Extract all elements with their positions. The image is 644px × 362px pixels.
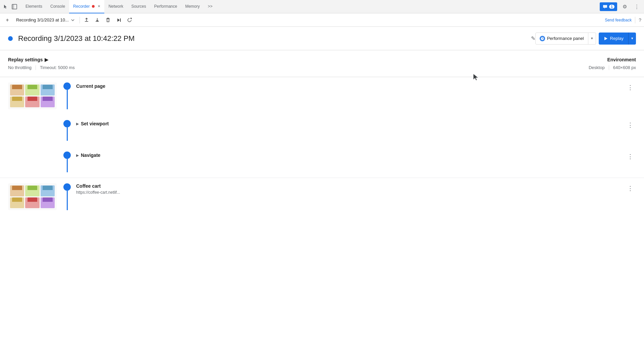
step-content-current-page: Current page xyxy=(76,82,625,90)
svg-point-2 xyxy=(92,5,95,8)
play-icon xyxy=(603,36,608,41)
perf-panel-dropdown-button[interactable]: ▾ xyxy=(588,33,596,45)
settings-left: Replay settings ▶ No throttling Timeout:… xyxy=(8,57,589,70)
thumb-item-5 xyxy=(25,97,39,108)
replay-dropdown-button[interactable]: ▾ xyxy=(628,33,636,45)
step-label-current-page: Current page xyxy=(76,83,625,89)
thumb-item-c2 xyxy=(25,185,39,196)
tab-close-icon[interactable]: ✕ xyxy=(98,4,100,8)
settings-section: Replay settings ▶ No throttling Timeout:… xyxy=(0,50,644,77)
timeline-line-3 xyxy=(67,159,68,172)
performance-panel-button[interactable]: Performance panel xyxy=(535,33,588,45)
svg-rect-1 xyxy=(12,4,14,9)
coffee-cart-url: https://coffee-cart.netlif... xyxy=(76,190,625,195)
settings-icon[interactable]: ⚙ xyxy=(620,2,629,11)
slow-replay-icon xyxy=(127,17,132,23)
timeline-dot-4 xyxy=(63,183,71,191)
thumbnail-content-2 xyxy=(8,183,57,210)
export-button[interactable] xyxy=(82,15,91,25)
tab-bar: Elements Console Recorder ✕ Network Sour… xyxy=(0,0,644,13)
step-label-set-viewport[interactable]: ▶ Set viewport xyxy=(76,121,625,126)
replay-button[interactable]: Replay xyxy=(599,33,628,45)
step-content-set-viewport: ▶ Set viewport xyxy=(76,120,625,127)
step-timeline-coffee-cart xyxy=(63,183,71,210)
timeline-dot-2 xyxy=(63,120,71,127)
step-label-coffee-cart: Coffee cart xyxy=(76,183,625,189)
step-timeline-set-viewport xyxy=(63,120,71,141)
thumb-item-3 xyxy=(41,84,55,96)
step-thumbnail-coffee-cart xyxy=(8,183,57,210)
play-step-icon xyxy=(116,17,121,23)
tab-elements[interactable]: Elements xyxy=(21,0,46,13)
step-expand-icon-2: ▶ xyxy=(76,154,79,157)
step-navigate: ▶ Navigate ⋮ xyxy=(0,146,644,178)
thumbnail-content xyxy=(8,82,57,109)
thumb-item-c1 xyxy=(10,185,24,196)
edit-title-icon[interactable]: ✎ xyxy=(531,35,535,42)
settings-details: No throttling Timeout: 5000 ms xyxy=(8,65,589,70)
tab-performance[interactable]: Performance xyxy=(150,0,181,13)
dock-icon[interactable] xyxy=(11,4,17,10)
timeline-dot xyxy=(63,82,71,90)
tab-memory[interactable]: Memory xyxy=(181,0,204,13)
step-more-navigate[interactable]: ⋮ xyxy=(625,152,636,162)
svg-rect-3 xyxy=(120,18,121,22)
thumb-item-2 xyxy=(25,84,39,96)
recording-active-icon xyxy=(92,5,95,8)
tab-network[interactable]: Network xyxy=(104,0,127,13)
import-button[interactable] xyxy=(93,15,102,25)
settings-right: Environment Desktop 640×608 px xyxy=(589,57,636,70)
step-group-page1: Current page ⋮ ▶ S xyxy=(0,77,644,178)
environment-title: Environment xyxy=(607,57,636,62)
steps-container: Current page ⋮ ▶ S xyxy=(0,77,644,362)
timeline-line-4 xyxy=(67,191,68,210)
step-label-navigate[interactable]: ▶ Navigate xyxy=(76,153,625,158)
add-recording-button[interactable]: + xyxy=(3,15,12,25)
play-step-button[interactable] xyxy=(114,15,123,25)
recording-selector[interactable]: Recording 3/1/2023 at 10... xyxy=(13,16,77,24)
step-set-viewport: ▶ Set viewport ⋮ xyxy=(0,115,644,146)
main-content: Recording 3/1/2023 at 10:42:22 PM ✎ Perf… xyxy=(0,27,644,362)
step-group-coffee-cart: Coffee cart https://coffee-cart.netlif..… xyxy=(0,178,644,216)
timeline-dot-3 xyxy=(63,152,71,159)
device-value: Desktop xyxy=(589,65,605,70)
step-more-set-viewport[interactable]: ⋮ xyxy=(625,120,636,130)
delete-recording-button[interactable] xyxy=(103,15,113,25)
settings-expand-icon: ▶ xyxy=(45,57,48,62)
replay-settings-title[interactable]: Replay settings ▶ xyxy=(8,57,589,62)
recording-header: Recording 3/1/2023 at 10:42:22 PM ✎ Perf… xyxy=(0,27,644,50)
settings-detail-separator xyxy=(36,65,36,70)
tab-sources[interactable]: Sources xyxy=(127,0,150,13)
send-feedback-link[interactable]: Send feedback xyxy=(605,18,632,22)
thumb-item-1 xyxy=(10,84,24,96)
recording-header-actions: Performance panel ▾ Replay ▾ xyxy=(535,33,636,45)
slow-replay-button[interactable] xyxy=(125,15,134,25)
devtools-icons xyxy=(3,4,17,10)
replay-button-container: Replay ▾ xyxy=(599,33,636,45)
chat-badge-button[interactable]: 1 xyxy=(600,2,617,11)
perf-panel-icon xyxy=(540,36,545,41)
recording-title: Recording 3/1/2023 at 10:42:22 PM xyxy=(18,34,527,43)
cursor-icon[interactable] xyxy=(3,4,9,10)
environment-details: Desktop 640×608 px xyxy=(589,65,636,70)
tab-console[interactable]: Console xyxy=(46,0,69,13)
thumb-item-c3 xyxy=(41,185,55,196)
dropdown-arrow-icon xyxy=(71,18,75,22)
thumb-item-c5 xyxy=(25,197,39,208)
step-content-navigate: ▶ Navigate xyxy=(76,152,625,159)
help-icon[interactable]: ? xyxy=(639,17,641,23)
throttling-value: No throttling xyxy=(8,65,32,70)
tab-bar-right: 1 ⚙ ⋮ xyxy=(600,2,641,11)
tab-recorder[interactable]: Recorder ✕ xyxy=(69,0,104,13)
timeout-value: Timeout: 5000 ms xyxy=(40,65,75,70)
download-icon xyxy=(95,17,100,23)
thumb-item-c6 xyxy=(41,197,55,208)
step-expand-icon: ▶ xyxy=(76,122,79,126)
chat-icon xyxy=(602,4,608,9)
tab-more[interactable]: >> xyxy=(204,0,217,13)
step-more-coffee-cart[interactable]: ⋮ xyxy=(625,183,636,193)
more-options-icon[interactable]: ⋮ xyxy=(632,2,641,11)
step-more-current-page[interactable]: ⋮ xyxy=(625,82,636,93)
thumb-item-c4 xyxy=(10,197,24,208)
perf-panel-container: Performance panel ▾ xyxy=(535,33,596,45)
